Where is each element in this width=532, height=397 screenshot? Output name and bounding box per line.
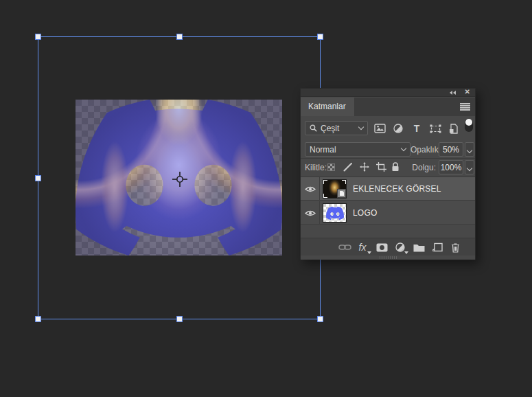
eye-icon: [305, 209, 316, 217]
lock-transparency-icon[interactable]: [326, 159, 336, 174]
opacity-label: Opaklık:: [410, 145, 436, 155]
opacity-value-field[interactable]: 50%: [439, 142, 463, 157]
link-layers-icon[interactable]: [337, 238, 352, 256]
chevron-down-icon: [358, 124, 364, 130]
transform-reference-point[interactable]: [172, 172, 187, 187]
filter-type-value: Çeşit: [321, 124, 339, 133]
lock-position-icon[interactable]: [359, 159, 369, 174]
lock-all-icon[interactable]: [391, 159, 400, 174]
smart-object-badge-icon: [337, 189, 346, 198]
layer-effects-icon[interactable]: fx: [356, 238, 369, 256]
panel-resize-strip[interactable]: [301, 256, 475, 260]
transform-handle-top-left[interactable]: [35, 34, 41, 40]
layer-thumbnail-logo[interactable]: [323, 203, 347, 223]
transform-handle-bottom-left[interactable]: [35, 316, 41, 322]
lock-pixels-icon[interactable]: [343, 159, 352, 174]
search-icon: [310, 124, 317, 132]
lock-artboard-icon[interactable]: [375, 159, 386, 174]
fill-label: Dolgu:: [410, 163, 436, 172]
photoshop-workspace: ✕ Katmanlar Çeşit T: [0, 0, 532, 397]
filter-adjustment-layers-icon[interactable]: [392, 121, 404, 136]
collapse-panel-icon[interactable]: [450, 91, 456, 95]
layer-name: EKLENECEK GÖRSEL: [353, 184, 441, 194]
filtering-toggle-switch[interactable]: [465, 119, 473, 132]
opacity-dropdown-button[interactable]: [465, 142, 474, 157]
filter-type-layers-icon[interactable]: T: [411, 121, 422, 136]
transform-handle-bottom-right[interactable]: [317, 316, 323, 322]
layers-panel: ✕ Katmanlar Çeşit T: [300, 88, 476, 260]
blend-mode-dropdown[interactable]: Normal: [305, 142, 410, 157]
visibility-cell[interactable]: [301, 201, 320, 225]
new-layer-icon[interactable]: [430, 238, 444, 256]
layer-row-eklenecek-gorsel[interactable]: EKLENECEK GÖRSEL: [301, 177, 475, 201]
panel-tab-bar: Katmanlar: [301, 98, 475, 116]
add-layer-mask-icon[interactable]: [375, 238, 389, 256]
transform-handle-middle-left[interactable]: [35, 175, 41, 181]
discord-logo-thumb: [326, 206, 344, 220]
transform-handle-top-middle[interactable]: [176, 34, 183, 40]
resize-grip[interactable]: [380, 256, 397, 259]
filter-pixel-layers-icon[interactable]: [373, 121, 386, 136]
panel-menu-icon[interactable]: [460, 103, 470, 111]
chevron-down-icon: [401, 146, 406, 151]
panel-group-bar: ✕: [301, 89, 475, 97]
layer-filter-dropdown[interactable]: Çeşit: [305, 121, 368, 135]
layer-row-logo[interactable]: LOGO: [301, 201, 475, 225]
visibility-cell[interactable]: [301, 177, 320, 201]
lock-label: Kilitle:: [305, 163, 327, 172]
transform-handle-top-right[interactable]: [317, 34, 323, 40]
delete-layer-icon[interactable]: [448, 238, 462, 256]
fill-value: 100%: [441, 163, 462, 172]
opacity-value: 50%: [443, 145, 459, 155]
add-adjustment-layer-icon[interactable]: [393, 238, 407, 256]
filter-shape-layers-icon[interactable]: [428, 121, 442, 136]
layer-thumbnail-smart-object[interactable]: [323, 179, 347, 198]
layer-name: LOGO: [353, 208, 377, 218]
new-group-icon[interactable]: [412, 238, 426, 256]
blend-mode-value: Normal: [310, 145, 336, 155]
eye-icon: [305, 185, 316, 193]
fill-dropdown-button[interactable]: [465, 160, 474, 174]
close-icon[interactable]: ✕: [465, 88, 470, 95]
transform-handle-bottom-middle[interactable]: [176, 316, 183, 322]
tab-layers[interactable]: Katmanlar: [301, 98, 354, 116]
filter-smart-objects-icon[interactable]: [447, 121, 459, 136]
layers-toolbar: fx: [301, 238, 475, 256]
fill-value-field[interactable]: 100%: [439, 160, 463, 174]
